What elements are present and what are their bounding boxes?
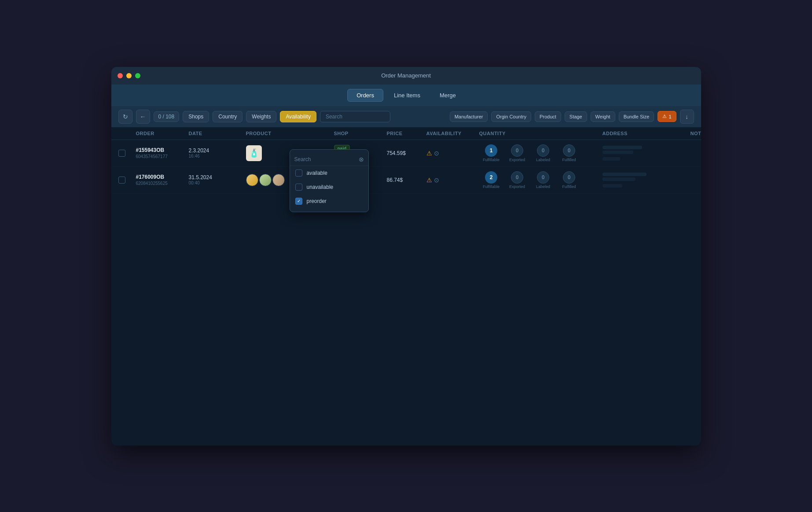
addr-line-1 <box>603 146 642 149</box>
warning-icon: ⚠ <box>426 177 432 184</box>
tab-merge[interactable]: Merge <box>431 89 465 102</box>
dropdown-close-icon[interactable]: ⊗ <box>359 156 364 163</box>
minimize-button[interactable] <box>126 73 132 78</box>
dropdown-item-available[interactable]: available <box>290 166 368 180</box>
col-price: Price <box>387 131 426 136</box>
filter-stage[interactable]: Stage <box>565 111 587 122</box>
qty-fulfillable-cell: 1 Fulfillable <box>479 144 503 162</box>
qty2-fulfilled-value: 0 <box>563 171 575 184</box>
tab-orders[interactable]: Orders <box>347 89 383 102</box>
row2-quantity-grid: 2 Fulfillable 0 Exported 0 Labeled 0 Ful… <box>479 171 603 189</box>
refresh-button[interactable]: ↻ <box>118 110 132 124</box>
alert-count: 1 <box>669 114 671 119</box>
maximize-button[interactable] <box>135 73 140 78</box>
filter-manufacturer[interactable]: Manufacturer <box>450 111 488 122</box>
row1-quantity-grid: 1 Fulfillable 0 Exported 0 Labeled 0 Ful… <box>479 144 603 162</box>
dropdown-label-available: available <box>307 170 327 176</box>
filter-weights[interactable]: Weights <box>246 111 276 122</box>
download-icon: ↓ <box>685 113 688 120</box>
main-window: Order Management Orders Line Items Merge… <box>111 67 701 446</box>
qty2-labeled-value: 0 <box>537 171 549 184</box>
checkbox-unavailable[interactable] <box>295 184 302 191</box>
filter-product[interactable]: Product <box>535 111 561 122</box>
titlebar: Order Management <box>111 67 701 85</box>
checkbox-available[interactable] <box>295 169 302 177</box>
download-button[interactable]: ↓ <box>680 110 694 124</box>
row1-order-sub: 6043574567177 <box>136 154 189 159</box>
table-header: Order Date Product Shop Price Availabili… <box>111 127 701 140</box>
nav-bar: Orders Line Items Merge <box>111 85 701 106</box>
dropdown-search-bar: ⊗ <box>290 153 368 166</box>
filter-origin-country[interactable]: Orgin Country <box>491 111 531 122</box>
dropdown-label-preorder: preorder <box>307 198 327 204</box>
addr-line-2 <box>603 151 633 154</box>
row2-time: 00:40 <box>189 180 246 185</box>
qty-fulfillable-value: 1 <box>485 144 497 157</box>
qty-exported-cell: 0 Exported <box>505 144 529 162</box>
filter-shops[interactable]: Shops <box>183 111 209 122</box>
addr2-line-3 <box>603 184 622 188</box>
qty2-fulfillable-label: Fulfillable <box>483 184 500 189</box>
row2-availability: ⚠ ⊙ <box>426 177 479 184</box>
product-circle-2 <box>259 174 272 186</box>
row2-price: 86.74$ <box>387 177 426 183</box>
row1-product-image: 🧴 <box>246 145 262 161</box>
row1-address <box>603 146 691 161</box>
addr-line-3 <box>603 157 620 161</box>
qty-fulfilled-label: Fulfilled <box>562 158 576 162</box>
alert-button[interactable]: ⚠ 1 <box>658 111 676 122</box>
qty-exported-label: Exported <box>509 158 525 162</box>
row2-order-id: #176009OB <box>136 174 189 180</box>
qty2-exported-value: 0 <box>511 171 523 184</box>
row2-order-sub: 6208410255625 <box>136 181 189 186</box>
qty2-exported-cell: 0 Exported <box>505 171 529 189</box>
qty-fulfillable-label: Fulfillable <box>483 158 500 162</box>
qty2-fulfilled-label: Fulfilled <box>562 184 576 189</box>
col-note: Note <box>691 131 701 136</box>
dropdown-item-preorder[interactable]: ✓ preorder <box>290 194 368 208</box>
row2-address <box>603 173 691 188</box>
checkmark-icon: ✓ <box>297 199 301 203</box>
qty2-fulfillable-value: 2 <box>485 171 497 184</box>
table-container: Order Date Product Shop Price Availabili… <box>111 127 701 194</box>
qty-labeled-value: 0 <box>537 144 549 157</box>
product-circle-3 <box>272 174 285 186</box>
qty-fulfilled-value: 0 <box>563 144 575 157</box>
table-row: #176009OB 6208410255625 31.5.2024 00:40 … <box>111 167 701 194</box>
window-title: Order Management <box>381 72 431 79</box>
col-address: Address <box>603 131 691 136</box>
search-input[interactable] <box>320 111 390 122</box>
checkbox-preorder[interactable]: ✓ <box>295 198 302 205</box>
addr2-line-2 <box>603 177 636 181</box>
dropdown-item-unavailable[interactable]: unavailable <box>290 180 368 194</box>
close-button[interactable] <box>118 73 123 78</box>
qty-exported-value: 0 <box>511 144 523 157</box>
availability-dropdown: ⊗ available unavailable ✓ preorder <box>290 149 369 212</box>
row1-order-id: #155943OB <box>136 147 189 153</box>
qty-labeled-label: Labeled <box>536 158 550 162</box>
filter-availability[interactable]: Availability <box>280 111 316 122</box>
filter-country[interactable]: Country <box>213 111 242 122</box>
back-button[interactable]: ← <box>136 110 150 124</box>
row1-time: 16:46 <box>189 154 246 158</box>
tab-line-items[interactable]: Line Items <box>385 89 429 102</box>
col-order: Order <box>136 131 189 136</box>
filter-weight[interactable]: Weight <box>591 111 615 122</box>
row1-checkbox[interactable] <box>118 150 125 157</box>
row2-date: 31.5.2024 <box>189 174 246 180</box>
col-checkbox <box>118 131 136 136</box>
filter-bundle-size[interactable]: Bundle Size <box>619 111 654 122</box>
dropdown-search-input[interactable] <box>294 156 356 162</box>
col-availability: Availability <box>426 131 479 136</box>
spinner-icon: ⊙ <box>434 150 439 157</box>
product-circle-1 <box>246 174 258 186</box>
qty2-fulfillable-cell: 2 Fulfillable <box>479 171 503 189</box>
alert-icon: ⚠ <box>662 114 667 119</box>
row1-price: 754.59$ <box>387 150 426 156</box>
order-count: 0 / 108 <box>154 111 180 122</box>
spinner-icon: ⊙ <box>434 177 439 184</box>
row2-checkbox[interactable] <box>118 177 125 184</box>
qty2-fulfilled-cell: 0 Fulfilled <box>557 171 581 189</box>
qty-labeled-cell: 0 Labeled <box>531 144 555 162</box>
col-date: Date <box>189 131 246 136</box>
